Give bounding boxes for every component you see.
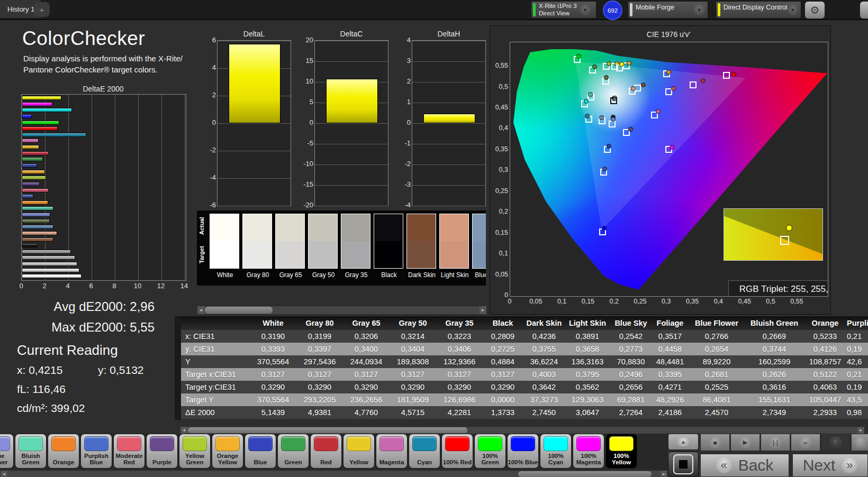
patch-button-100-yellow[interactable]: 100% Yellow	[605, 434, 637, 469]
pattern-source-dropdown[interactable]: Mobile Forge ▼	[628, 1, 708, 19]
y-tick-label: 0,5	[491, 83, 508, 90]
x-tick-label: 0	[508, 298, 512, 305]
meter-dropdown[interactable]: X-Rite i1Pro 3 Direct View ▼	[531, 1, 596, 19]
cell: 108,8757	[803, 357, 847, 366]
actual-marker-orange-yellow	[627, 61, 631, 66]
scrollbar-thumb[interactable]	[518, 471, 652, 477]
next-button[interactable]: Next »	[792, 454, 868, 477]
patch-label: 100% Blue	[508, 451, 538, 468]
scroll-right-icon[interactable]: ►	[661, 471, 667, 477]
y-tick-label: 4	[198, 63, 216, 71]
cell: 0,3127	[390, 370, 436, 379]
target-swatch	[242, 241, 272, 269]
patch-label: Yellow	[349, 451, 368, 468]
actual-swatch	[472, 214, 486, 241]
cell: 2,4570	[688, 408, 745, 417]
patch-button-yellow[interactable]: Yellow	[343, 434, 375, 469]
y-tick-label: 0,1	[491, 250, 508, 257]
y-tick-label: -10	[295, 160, 313, 168]
y-tick-label: -5	[295, 139, 313, 147]
patch-strip-scrollbar[interactable]: ◄ ►	[0, 470, 668, 477]
table-row: y: CIE310,33930,33970,34000,34040,34060,…	[181, 343, 868, 355]
deltae-x-axis: 02468101214	[21, 281, 185, 290]
patch-button-purplish-blue[interactable]: Purplish Blue	[80, 434, 112, 469]
gridline	[218, 206, 291, 206]
scroll-right-icon[interactable]: ►	[857, 427, 864, 434]
bar-100-red	[22, 126, 58, 131]
patch-label: Purple	[152, 451, 171, 468]
cell: 0,2669	[745, 332, 803, 341]
patch-button-orange-yellow[interactable]: Orange Yellow	[212, 434, 243, 469]
patch-button-moderate-red[interactable]: Moderate Red	[113, 434, 145, 469]
next-chevrons-icon: »	[842, 457, 857, 473]
subtitle-line2: Pantone ColorChecker® target colors.	[23, 65, 193, 76]
patch-button-purple[interactable]: Purple	[146, 434, 178, 469]
collapse-panel-button[interactable]: ▲	[668, 434, 699, 450]
actual-marker-cyan	[585, 114, 590, 118]
patch-label: Orange Yellow	[212, 451, 243, 468]
cell: 155,1631	[745, 396, 803, 404]
actual-marker-blue-sky	[599, 115, 604, 120]
settings-button[interactable]: ⚙	[804, 1, 825, 19]
scrollbar-thumb[interactable]	[205, 307, 273, 314]
patch-button-bluish-green[interactable]: Bluish Green	[15, 434, 47, 469]
patch-swatch	[412, 436, 437, 451]
bar-red	[22, 151, 49, 155]
measurement-table: WhiteGray 80Gray 65Gray 50Gray 35BlackDa…	[181, 316, 868, 420]
cell: 0,19	[847, 345, 868, 353]
patch-button-100-green[interactable]: 100% Green	[474, 434, 506, 469]
table-scrollbar[interactable]: ◄ ►	[180, 426, 865, 434]
patch-button-orange[interactable]: Orange	[48, 434, 79, 469]
y-tick-label: 0	[491, 291, 508, 299]
display-control-label: Direct Display Control	[724, 4, 788, 11]
cell: 0,3127	[436, 370, 483, 379]
scroll-left-icon[interactable]: ◄	[197, 306, 204, 314]
patch-button-100-cyan[interactable]: 100% Cyan	[540, 434, 572, 469]
actual-marker-red	[701, 78, 706, 83]
y-tick-label: 0,15	[491, 229, 508, 236]
stop-button[interactable]: ■	[700, 434, 730, 451]
add-tab-button[interactable]: +	[34, 2, 50, 17]
gridline	[412, 164, 485, 165]
patch-swatch	[117, 436, 141, 451]
back-button[interactable]: « Back	[700, 454, 789, 477]
patch-button-100-magenta[interactable]: 100% Magenta	[573, 434, 604, 469]
swatch-label: Gray 35	[341, 271, 372, 279]
play-button[interactable]: ▶	[730, 434, 760, 451]
y-tick-label: 0,55	[491, 62, 508, 69]
cell: 48,2926	[652, 396, 688, 404]
patch-button-green[interactable]: Green	[277, 434, 309, 469]
scrollbar-thumb[interactable]	[188, 427, 467, 433]
pattern-button[interactable]: [-]	[761, 434, 790, 451]
patch-button-blue-flower[interactable]: Blue Flower	[0, 434, 14, 469]
x-tick-label: 2	[42, 282, 46, 290]
patch-button-100-blue[interactable]: 100% Blue	[507, 434, 539, 469]
gridline	[412, 144, 485, 144]
bar-100-magenta	[22, 102, 52, 106]
cell: 0,4271	[652, 383, 688, 391]
page-subtitle: Display analysis is performed with the X…	[23, 53, 193, 75]
patch-button-red[interactable]: Red	[310, 434, 342, 469]
cell: 70,8830	[610, 357, 652, 366]
display-control-dropdown[interactable]: Direct Display Control ▼	[716, 1, 801, 19]
partial-edge-button[interactable]	[860, 1, 868, 19]
patch-button-magenta[interactable]: Magenta	[376, 434, 408, 469]
stop-display-button[interactable]	[668, 452, 699, 477]
patch-button-yellow-green[interactable]: Yellow Green	[179, 434, 211, 469]
loop-button[interactable]: ∞	[791, 434, 820, 451]
refresh-button[interactable]: ↻	[821, 434, 851, 451]
deltal-plot	[217, 40, 291, 206]
scroll-left-icon[interactable]: ◄	[1, 471, 7, 477]
zoom-inset	[724, 208, 823, 261]
scroll-right-icon[interactable]: ►	[480, 306, 486, 314]
partial-transport-button[interactable]	[851, 434, 868, 451]
patch-button-100-red[interactable]: 100% Red	[441, 434, 473, 469]
scroll-left-icon[interactable]: ◄	[180, 427, 187, 434]
swatch-strip-scrollbar[interactable]: ◄ ►	[197, 306, 487, 315]
patch-button-blue[interactable]: Blue	[245, 434, 276, 469]
row-label: Target y:CIE31	[181, 383, 250, 391]
back-label: Back	[738, 456, 774, 474]
actual-marker-100-magenta	[670, 145, 674, 150]
x-tick-label: 0,2	[609, 298, 618, 305]
patch-button-cyan[interactable]: Cyan	[409, 434, 440, 469]
